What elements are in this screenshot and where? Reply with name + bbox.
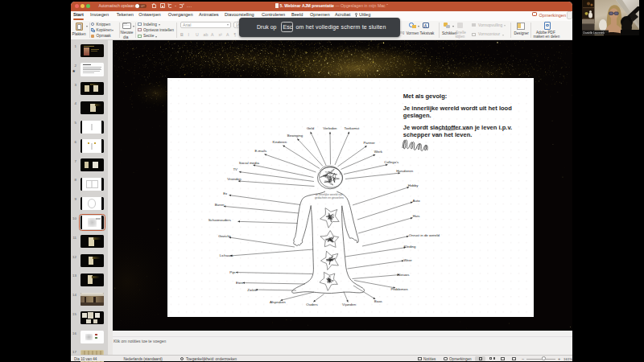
svg-text:Daniëlle Leuverink: Daniëlle Leuverink: [584, 31, 605, 35]
svg-text:je innerlijke wereld vangedach: je innerlijke wereld vangedachten en gev…: [315, 193, 344, 200]
